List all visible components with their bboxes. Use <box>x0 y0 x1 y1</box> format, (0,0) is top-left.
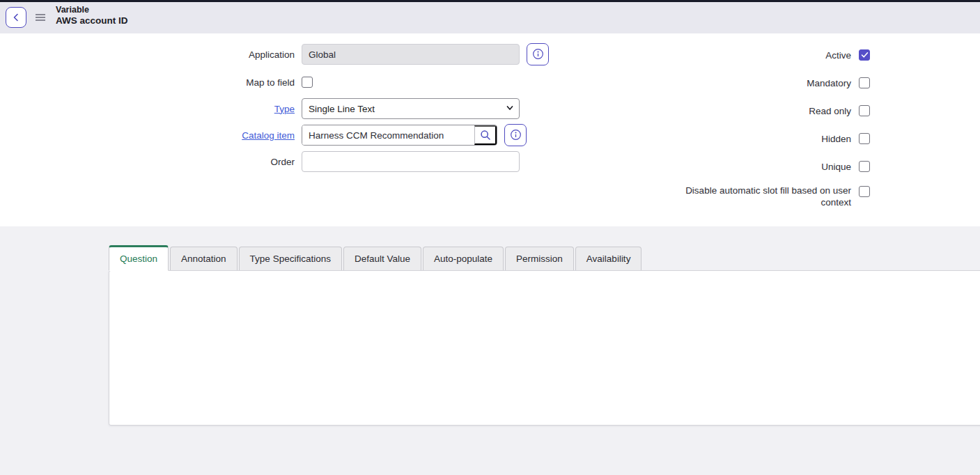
map-to-field-label: Map to field <box>0 77 295 88</box>
catalog-item-input[interactable] <box>302 125 474 145</box>
tab-annotation[interactable]: Annotation <box>170 247 238 270</box>
disable-slot-fill-checkbox[interactable] <box>859 186 870 197</box>
type-select-wrap: Single Line Text <box>302 98 520 119</box>
hidden-row: Hidden <box>662 128 870 149</box>
header-bar: Variable AWS account ID <box>0 2 980 33</box>
mandatory-label: Mandatory <box>662 77 851 89</box>
info-circle-icon <box>532 48 544 60</box>
order-label: Order <box>0 157 295 167</box>
read-only-label: Read only <box>662 105 851 117</box>
mandatory-row: Mandatory <box>662 72 870 93</box>
form-area: Application Map to field Type Single Lin… <box>0 33 980 226</box>
application-label: Application <box>0 49 295 60</box>
read-only-row: Read only <box>662 100 870 121</box>
magnifier-icon <box>480 130 491 141</box>
checkmark-icon <box>861 52 869 59</box>
application-input[interactable] <box>302 44 520 65</box>
read-only-checkbox[interactable] <box>859 105 870 116</box>
record-title: Variable AWS account ID <box>56 4 128 26</box>
tab-permission[interactable]: Permission <box>505 247 574 270</box>
tab-strip: Question Annotation Type Specifications … <box>109 245 643 270</box>
record-type-title: Variable <box>56 4 128 15</box>
type-label-link[interactable]: Type <box>274 104 295 114</box>
map-to-field-row: Map to field <box>0 72 313 93</box>
tab-question[interactable]: Question <box>109 245 169 271</box>
application-info-button[interactable] <box>527 43 549 65</box>
tab-default-value[interactable]: Default Value <box>343 247 421 270</box>
unique-row: Unique <box>662 156 870 177</box>
active-label: Active <box>662 49 851 61</box>
tab-auto-populate[interactable]: Auto-populate <box>423 247 504 270</box>
unique-label: Unique <box>662 161 851 173</box>
catalog-item-row: Catalog item <box>0 125 527 146</box>
catalog-item-reference-field <box>302 125 497 146</box>
catalog-item-info-button[interactable] <box>504 124 527 146</box>
unique-checkbox[interactable] <box>859 161 870 172</box>
type-select[interactable]: Single Line Text <box>302 98 520 119</box>
back-button[interactable] <box>6 7 26 28</box>
chevron-left-icon <box>12 13 20 22</box>
tab-availability[interactable]: Availability <box>575 247 642 270</box>
variable-form-screen: Variable AWS account ID Application Map … <box>0 0 980 475</box>
hidden-checkbox[interactable] <box>859 133 870 144</box>
disable-slot-fill-row: Disable automatic slot fill based on use… <box>675 185 870 211</box>
hamburger-menu-icon[interactable] <box>35 12 46 23</box>
order-row: Order <box>0 151 520 172</box>
record-name-title: AWS account ID <box>56 15 128 26</box>
application-row: Application <box>0 44 549 65</box>
order-input[interactable] <box>302 151 520 172</box>
map-to-field-checkbox[interactable] <box>302 77 313 88</box>
mandatory-checkbox[interactable] <box>859 77 870 88</box>
tab-type-specifications[interactable]: Type Specifications <box>239 247 342 270</box>
active-checkbox[interactable] <box>859 49 870 61</box>
hidden-label: Hidden <box>662 133 851 145</box>
active-row: Active <box>662 45 870 65</box>
disable-slot-fill-label: Disable automatic slot fill based on use… <box>675 185 851 208</box>
catalog-item-label-link[interactable]: Catalog item <box>242 130 295 141</box>
catalog-item-search-button[interactable] <box>474 125 497 145</box>
question-tab-panel <box>109 270 980 426</box>
type-row: Type Single Line Text <box>0 98 520 119</box>
info-circle-icon <box>510 129 522 141</box>
